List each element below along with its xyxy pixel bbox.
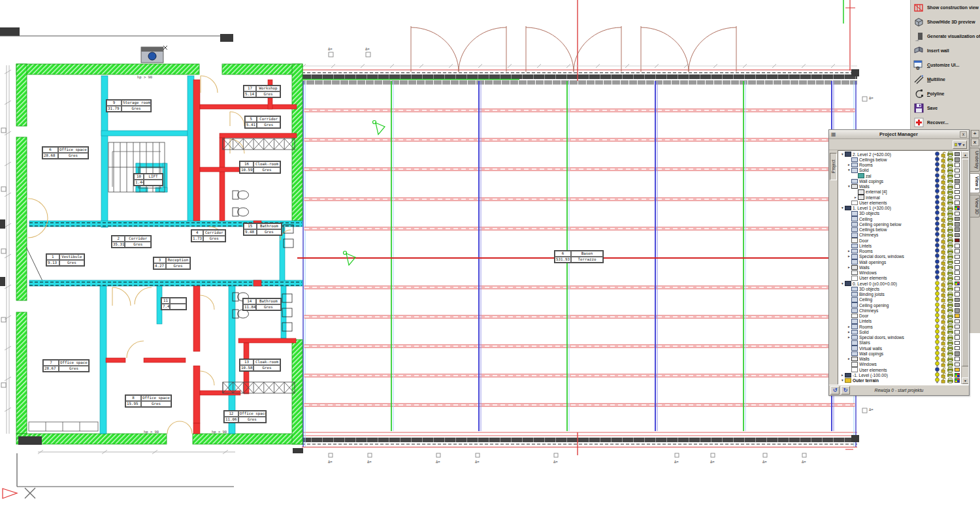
pen-color-swatch[interactable]: [955, 169, 960, 173]
pen-color-swatch[interactable]: [955, 325, 960, 329]
print-icon[interactable]: [947, 308, 953, 313]
pen-color-swatch[interactable]: [955, 351, 960, 356]
tab-project[interactable]: Project: [830, 153, 837, 180]
pen-color-swatch[interactable]: [955, 357, 960, 361]
print-icon[interactable]: [947, 346, 953, 351]
pen-color-swatch[interactable]: [955, 190, 960, 195]
pen-color-swatch[interactable]: [955, 292, 960, 297]
expander-closed-icon[interactable]: ▸: [840, 373, 845, 378]
pen-color-swatch[interactable]: [955, 308, 960, 313]
room-label[interactable]: 12Office space11.06 m²Gres: [223, 410, 267, 423]
pen-color-swatch[interactable]: [955, 270, 960, 275]
pen-color-swatch[interactable]: [955, 368, 960, 372]
print-icon[interactable]: [947, 329, 953, 334]
pen-color-swatch[interactable]: [955, 201, 960, 205]
pen-color-swatch[interactable]: [955, 222, 960, 227]
pen-color-swatch[interactable]: [955, 174, 960, 178]
print-icon[interactable]: [947, 378, 953, 383]
pen-color-swatch[interactable]: [955, 373, 960, 378]
toolbar-item-show-construction-view[interactable]: Show construction view: [911, 0, 980, 14]
print-icon[interactable]: [947, 254, 953, 259]
print-icon[interactable]: [947, 362, 953, 367]
pen-color-swatch[interactable]: [955, 238, 960, 243]
print-icon[interactable]: [947, 324, 953, 329]
close-view-button[interactable]: x: [971, 138, 979, 146]
revision-forward-icon[interactable]: ↻: [841, 386, 850, 395]
pen-color-swatch[interactable]: [955, 157, 960, 162]
scroll-up-icon[interactable]: ▲: [962, 152, 969, 158]
expander-open-icon[interactable]: ▾: [840, 152, 845, 157]
expander-closed-icon[interactable]: ▸: [847, 265, 851, 270]
print-icon[interactable]: [947, 297, 953, 302]
pen-color-swatch[interactable]: [955, 212, 960, 216]
pen-color-swatch[interactable]: [955, 363, 960, 367]
toolbar-item-insert-wall[interactable]: Insert wall: [911, 43, 980, 57]
print-icon[interactable]: [947, 184, 953, 189]
revision-back-icon[interactable]: ↺: [830, 386, 840, 395]
print-icon[interactable]: [947, 189, 953, 195]
print-icon[interactable]: [947, 319, 953, 324]
print-icon[interactable]: [947, 351, 953, 356]
print-icon[interactable]: [947, 367, 953, 372]
room-label[interactable]: 5Corridor5.41 m²Gres: [244, 116, 281, 129]
expander-closed-icon[interactable]: ▸: [847, 249, 851, 253]
print-icon[interactable]: [947, 221, 953, 227]
print-icon[interactable]: [947, 195, 953, 200]
pen-color-swatch[interactable]: [955, 249, 960, 253]
room-label[interactable]: 3Reception4.27 m²Gres: [153, 257, 191, 270]
panel-menu-icon[interactable]: ▦: [831, 131, 838, 138]
visibility-bulb-icon[interactable]: [935, 378, 939, 383]
print-icon[interactable]: [947, 211, 953, 216]
room-label[interactable]: 8Office space15.95 m²Gres: [125, 395, 172, 408]
print-icon[interactable]: [947, 216, 953, 221]
expander-closed-icon[interactable]: ▸: [847, 163, 851, 167]
print-icon[interactable]: [947, 233, 953, 238]
lock-icon[interactable]: [941, 378, 946, 383]
pen-color-swatch[interactable]: [955, 282, 960, 286]
pen-color-swatch[interactable]: [955, 335, 960, 340]
print-icon[interactable]: [947, 357, 953, 362]
print-icon[interactable]: [947, 200, 953, 205]
pen-color-swatch[interactable]: [955, 303, 960, 308]
scrollbar-thumb[interactable]: [962, 159, 969, 366]
tab-underlay[interactable]: Underlay: [970, 148, 980, 172]
pen-color-swatch[interactable]: [955, 163, 960, 167]
pen-color-swatch[interactable]: [955, 179, 960, 184]
pen-color-swatch[interactable]: [955, 276, 960, 281]
print-icon[interactable]: [947, 281, 953, 286]
pen-color-swatch[interactable]: [955, 341, 960, 346]
room-label[interactable]: 6Basen531.93 m²Terrazzo: [554, 250, 604, 263]
expander-closed-icon[interactable]: ▸: [847, 254, 851, 259]
print-icon[interactable]: [947, 206, 953, 211]
pen-color-swatch[interactable]: [955, 260, 960, 265]
print-icon[interactable]: [947, 265, 953, 270]
print-icon[interactable]: [947, 168, 953, 173]
add-view-button[interactable]: +: [971, 130, 979, 138]
expander-open-icon[interactable]: ▾: [840, 206, 845, 210]
expander-closed-icon[interactable]: ▸: [847, 357, 851, 361]
print-icon[interactable]: [947, 157, 953, 162]
print-icon[interactable]: [947, 276, 953, 281]
toolbar-item-polyline[interactable]: Polyline: [911, 86, 980, 101]
scroll-down-icon[interactable]: ▼: [962, 378, 969, 384]
room-label[interactable]: 1Vestibule9.13 m²Gres: [46, 253, 85, 266]
print-icon[interactable]: [947, 152, 953, 157]
pen-color-swatch[interactable]: [955, 378, 960, 383]
pen-color-swatch[interactable]: [955, 330, 960, 334]
expander-open-icon[interactable]: ▾: [840, 378, 845, 383]
print-icon[interactable]: [947, 259, 953, 265]
expander-closed-icon[interactable]: ▸: [847, 330, 851, 334]
print-icon[interactable]: [947, 335, 953, 340]
pen-color-swatch[interactable]: [955, 319, 960, 324]
room-label[interactable]: 10LIFT1.44 m²: [133, 173, 163, 186]
room-label[interactable]: 2Corridor35.31 m²Gres: [111, 235, 152, 248]
room-label[interactable]: 17Workshop5.14 m²Gres: [243, 85, 281, 98]
print-icon[interactable]: [947, 292, 953, 297]
toolbar-item-save[interactable]: Save: [911, 101, 980, 115]
print-icon[interactable]: [947, 249, 953, 254]
print-icon[interactable]: [947, 238, 953, 243]
expander-open-icon[interactable]: ▾: [840, 282, 845, 286]
print-icon[interactable]: [947, 163, 953, 168]
room-label[interactable]: 9Storage room31.79 m²Gres: [106, 99, 152, 112]
room-label[interactable]: 4Corridor1.73 m²Gres: [191, 229, 226, 242]
